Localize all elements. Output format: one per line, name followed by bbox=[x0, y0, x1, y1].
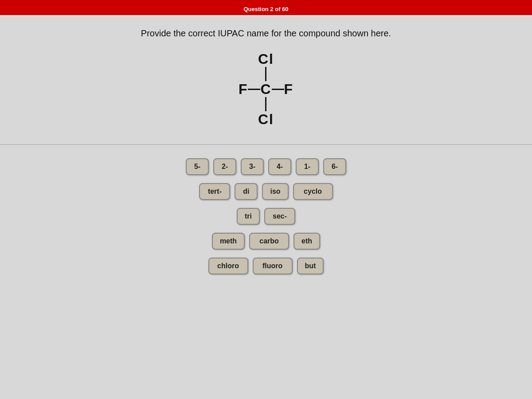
btn-chloro[interactable]: chloro bbox=[208, 258, 248, 274]
button-row-prefixes: tert- di iso cyclo bbox=[199, 183, 332, 200]
btn-3[interactable]: 3- bbox=[241, 158, 264, 175]
btn-2[interactable]: 2- bbox=[213, 158, 236, 175]
atom-cl-bottom: Cl bbox=[258, 112, 274, 126]
bond-h-left bbox=[248, 89, 260, 90]
btn-6[interactable]: 6- bbox=[323, 158, 346, 175]
main-content: Provide the correct IUPAC name for the c… bbox=[0, 15, 532, 399]
btn-carbo[interactable]: carbo bbox=[249, 233, 289, 250]
btn-cyclo[interactable]: cyclo bbox=[293, 183, 333, 200]
bond-line-top bbox=[265, 67, 266, 81]
btn-4[interactable]: 4- bbox=[268, 158, 291, 175]
btn-1[interactable]: 1- bbox=[296, 158, 319, 175]
bond-vertical-bottom bbox=[265, 96, 266, 112]
button-row-stems: meth carbo eth bbox=[212, 233, 320, 250]
btn-tri[interactable]: tri bbox=[237, 208, 260, 225]
button-row-numbers: 5- 2- 3- 4- 1- 6- bbox=[186, 158, 346, 175]
button-row-tri-sec: tri sec- bbox=[237, 208, 295, 225]
btn-iso[interactable]: iso bbox=[262, 183, 288, 200]
atom-c-center: C bbox=[260, 82, 271, 96]
answer-area: 5- 2- 3- 4- 1- 6- tert- di iso cyclo tri… bbox=[0, 158, 532, 274]
top-atom-row: Cl bbox=[258, 52, 274, 66]
btn-fluoro[interactable]: fluoro bbox=[253, 258, 293, 274]
btn-tert[interactable]: tert- bbox=[199, 183, 230, 200]
atom-f-right: F bbox=[284, 82, 294, 96]
btn-eth[interactable]: eth bbox=[293, 233, 320, 250]
bottom-atom-row: Cl bbox=[258, 112, 274, 126]
question-label: Question 2 of 60 bbox=[243, 6, 288, 12]
btn-meth[interactable]: meth bbox=[212, 233, 245, 250]
bond-vertical-top bbox=[265, 66, 266, 82]
btn-di[interactable]: di bbox=[235, 183, 258, 200]
question-text: Provide the correct IUPAC name for the c… bbox=[141, 28, 391, 39]
bond-line-bottom bbox=[265, 97, 266, 111]
atom-cl-top: Cl bbox=[258, 52, 274, 66]
btn-but[interactable]: but bbox=[297, 258, 324, 274]
bond-h-right bbox=[272, 89, 284, 90]
compound-diagram: Cl F C F Cl bbox=[239, 52, 293, 126]
horizontal-row: F C F bbox=[239, 82, 293, 96]
atom-f-left: F bbox=[239, 82, 248, 96]
btn-5[interactable]: 5- bbox=[186, 158, 209, 175]
divider-line bbox=[0, 144, 532, 145]
button-row-halogens: chloro fluoro but bbox=[208, 258, 324, 274]
question-header: Question 2 of 60 bbox=[0, 3, 532, 15]
btn-sec[interactable]: sec- bbox=[264, 208, 295, 225]
